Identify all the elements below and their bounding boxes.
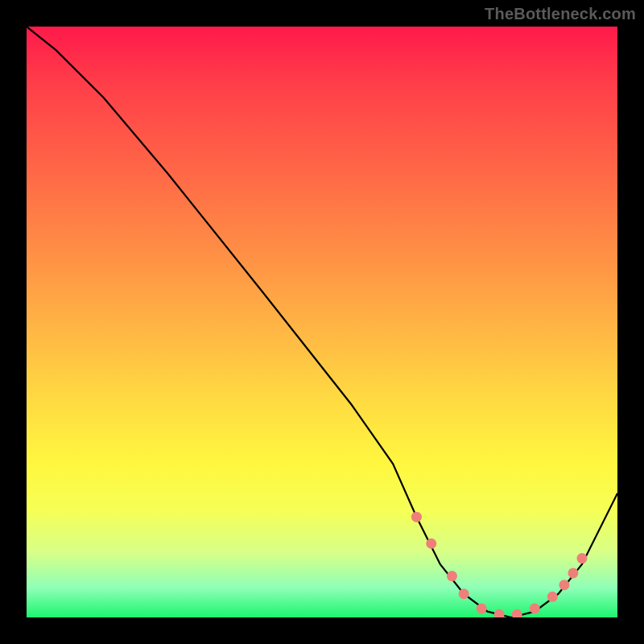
chart-frame: TheBottleneck.com <box>0 0 644 644</box>
highlight-dot <box>426 539 436 549</box>
highlight-dot <box>447 571 457 581</box>
chart-svg <box>27 27 617 617</box>
highlight-dot <box>568 568 578 578</box>
plot-area <box>27 27 617 617</box>
highlight-dot <box>547 592 558 602</box>
main-curve-line <box>27 27 617 617</box>
highlight-dot <box>459 588 469 599</box>
highlight-dot <box>512 609 522 617</box>
highlight-dots-group <box>411 512 588 617</box>
highlight-dot <box>576 553 587 564</box>
highlight-dot <box>477 603 487 613</box>
highlight-dot <box>494 609 505 617</box>
highlight-dot <box>530 603 540 613</box>
watermark-label: TheBottleneck.com <box>485 5 636 23</box>
highlight-dot <box>411 512 422 522</box>
chart-curve <box>27 27 617 617</box>
highlight-dot <box>559 580 569 590</box>
